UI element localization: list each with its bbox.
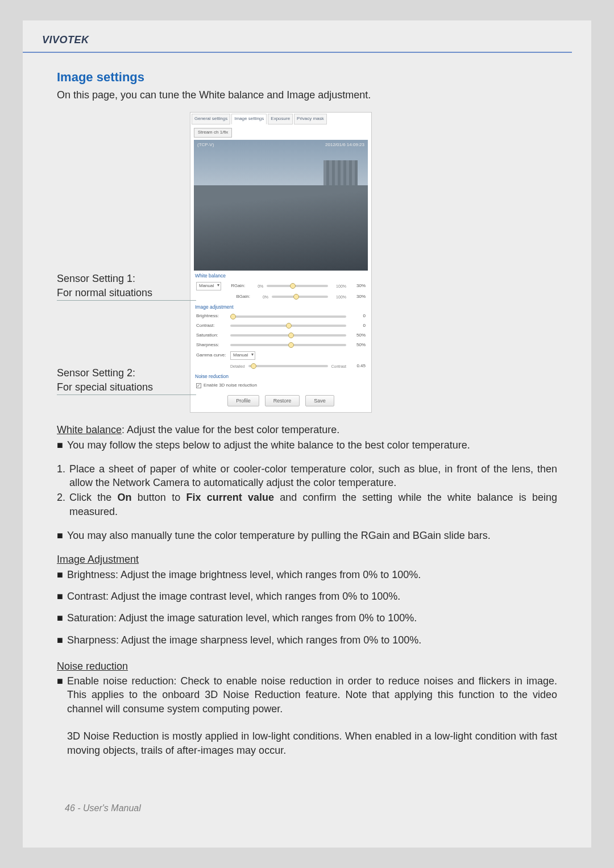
gamma-label: Gamma curve:: [196, 352, 227, 359]
white-balance-header: White balance: [190, 271, 371, 280]
wb-mode-row: Manual RGain: 0% 100% 30%: [190, 280, 371, 292]
image-adjustment-header: Image adjustment: [190, 302, 371, 312]
wb-steps: 1.Place a sheet of paper of white or coo…: [57, 462, 557, 518]
noise-reduction-checkbox-label: Enable 3D noise reduction: [204, 383, 257, 389]
settings-panel: General settings Image settings Exposure…: [190, 112, 372, 413]
brightness-val: 0: [350, 313, 366, 319]
brand: VIVOTEK: [42, 34, 89, 46]
noise-reduction-header: Noise reduction: [190, 371, 371, 381]
nr-paragraph-2: 3D Noise Reduction is mostly applied in …: [67, 729, 557, 757]
check-icon: ✓: [196, 383, 201, 388]
panel-tabs: General settings Image settings Exposure…: [190, 113, 371, 126]
contrast-val: 0: [350, 323, 366, 329]
bgain-slider[interactable]: [272, 296, 328, 298]
panel-footer: Profile Restore Save: [190, 391, 371, 412]
ia-bullet-2: ■Contrast: Adjust the image contrast lev…: [57, 589, 557, 603]
bgain-row: BGain: 0% 100% 30%: [190, 292, 371, 302]
gamma-detail-label: Detailed: [230, 364, 245, 369]
rgain-min: 0%: [248, 284, 263, 289]
page-footer: 46 - User's Manual: [65, 803, 141, 813]
profile-button[interactable]: Profile: [227, 395, 259, 406]
sensor-setting-1-desc: For normal situations: [57, 286, 196, 300]
section-title: Image settings: [57, 69, 557, 86]
video-preview: (TCP-V) 2012/01/6 14:09:23: [194, 140, 368, 271]
body-text: White balance: Adjust the value for the …: [57, 423, 557, 757]
sharpness-label: Sharpness:: [196, 342, 227, 348]
brightness-slider[interactable]: [230, 315, 346, 318]
ia-bullet-1: ■Brightness: Adjust the image brightness…: [57, 568, 557, 582]
sharpness-val: 50%: [350, 342, 366, 348]
wb-bullet-1: ■You may follow the steps below to adjus…: [57, 438, 557, 452]
header-rule: [23, 52, 572, 53]
gamma-slider[interactable]: [248, 365, 328, 367]
wb-bullet-2: ■You may also manually tune the color te…: [57, 529, 557, 542]
contrast-slider[interactable]: [230, 325, 346, 327]
saturation-slider[interactable]: [230, 334, 346, 337]
rgain-val: 30%: [350, 283, 366, 289]
bgain-max: 100%: [331, 294, 346, 300]
figure-row: Sensor Setting 1: For normal situations …: [57, 112, 557, 413]
bgain-val: 30%: [350, 294, 366, 300]
page: VIVOTEK Image settings On this page, you…: [23, 20, 591, 848]
contrast-label: Contrast:: [196, 323, 227, 329]
bgain-label: BGain:: [230, 294, 250, 300]
rgain-max: 100%: [331, 284, 346, 289]
rgain-slider[interactable]: [267, 285, 328, 287]
bgain-min: 0%: [254, 294, 268, 300]
figure-labels: Sensor Setting 1: For normal situations …: [57, 112, 180, 413]
saturation-val: 50%: [350, 333, 366, 339]
sensor-setting-1-title: Sensor Setting 1:: [57, 272, 180, 285]
gamma-val: 0.45: [350, 363, 366, 369]
sensor-setting-2-desc: For special situations: [57, 381, 196, 394]
intro-text: On this page, you can tune the White bal…: [57, 88, 557, 102]
brightness-label: Brightness:: [196, 313, 227, 319]
wb-mode-select[interactable]: Manual: [196, 282, 221, 290]
tab-privacy-mask[interactable]: Privacy mask: [294, 114, 327, 124]
noise-reduction-checkbox[interactable]: ✓Enable 3D noise reduction: [190, 381, 263, 391]
rgain-label: RGain:: [225, 283, 245, 289]
ia-bullet-3: ■Saturation: Adjust the image saturation…: [57, 611, 557, 625]
wb-step-1: Place a sheet of paper of white or coole…: [69, 462, 557, 490]
nr-bullet: ■ Enable noise reduction: Check to enabl…: [57, 674, 557, 757]
noise-reduction-heading: Noise reduction: [57, 659, 557, 673]
sensor-setting-1-label: Sensor Setting 1: For normal situations: [57, 272, 180, 300]
header: VIVOTEK: [23, 20, 591, 52]
save-button[interactable]: Save: [305, 395, 334, 406]
saturation-label: Saturation:: [196, 333, 227, 339]
tab-image-settings[interactable]: Image settings: [231, 114, 267, 124]
nr-paragraph-1: Enable noise reduction: Check to enable …: [67, 674, 557, 716]
tab-general-settings[interactable]: General settings: [192, 114, 230, 124]
wb-step-2: Click the On button to Fix current value…: [69, 491, 557, 518]
preview-timestamp: 2012/01/6 14:09:23: [325, 142, 364, 148]
stream-chip[interactable]: Stream ch 1/fix: [194, 128, 232, 138]
sensor-setting-2-title: Sensor Setting 2:: [57, 367, 180, 380]
tab-exposure[interactable]: Exposure: [268, 114, 293, 124]
content: Image settings On this page, you can tun…: [23, 69, 591, 757]
preview-protocol-label: (TCP-V): [197, 142, 214, 148]
image-adjustment-heading: Image Adjustment: [57, 553, 557, 566]
ia-bullet-4: ■Sharpness: Adjust the image sharpness l…: [57, 633, 557, 647]
gamma-mode-select[interactable]: Manual: [230, 351, 255, 360]
white-balance-heading: White balance: Adjust the value for the …: [57, 423, 557, 437]
gamma-contrast-label: Contrast: [331, 364, 346, 369]
sharpness-slider[interactable]: [230, 344, 346, 346]
sensor-setting-2-label: Sensor Setting 2: For special situations: [57, 367, 180, 394]
restore-button[interactable]: Restore: [265, 395, 300, 406]
